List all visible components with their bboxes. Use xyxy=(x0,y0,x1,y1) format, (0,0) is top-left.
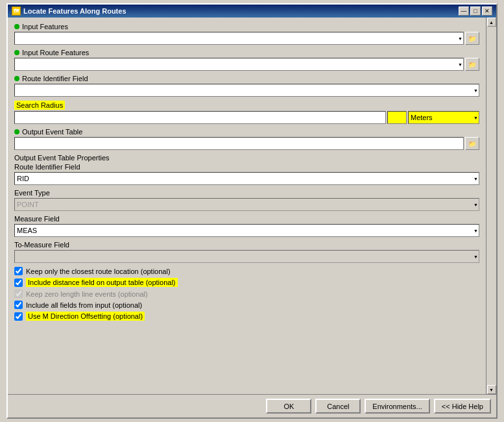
scrollbar[interactable]: ▲ ▼ xyxy=(486,18,496,394)
event-type-row: POINT xyxy=(14,198,479,211)
measure-field-row: MEAS xyxy=(14,224,479,237)
input-route-row: 📁 xyxy=(14,58,479,71)
outer-layout: Input Features 📁 Input Route Features xyxy=(8,18,496,394)
input-route-select[interactable] xyxy=(14,58,464,71)
search-radius-units-wrapper: Meters Feet Kilometers Miles xyxy=(408,111,479,124)
use-m-direction-checkbox[interactable] xyxy=(14,312,23,321)
scroll-down-btn[interactable]: ▼ xyxy=(487,385,496,394)
input-route-dot xyxy=(14,50,19,55)
input-features-browse[interactable]: 📁 xyxy=(465,32,479,45)
include-all-fields-row: Include all fields from input (optional) xyxy=(14,301,479,309)
use-m-direction-label: Use M Direction Offsetting (optional) xyxy=(26,312,145,321)
input-features-group: Input Features 📁 xyxy=(14,23,479,45)
props-route-id-select[interactable]: RID xyxy=(14,172,479,185)
event-type-group: Event Type POINT xyxy=(14,189,479,211)
input-features-dot xyxy=(14,24,19,29)
route-id-select-wrapper xyxy=(14,84,479,97)
output-event-table-group: Output Event Table 📁 xyxy=(14,128,479,150)
output-event-browse[interactable]: 📁 xyxy=(465,137,479,150)
maximize-button[interactable]: □ xyxy=(470,6,481,16)
hide-help-button[interactable]: << Hide Help xyxy=(434,399,491,414)
route-id-select[interactable] xyxy=(14,84,479,97)
keep-zero-length-checkbox xyxy=(14,290,23,298)
keep-closest-checkbox[interactable] xyxy=(14,267,23,275)
to-measure-field-wrapper xyxy=(14,250,479,263)
input-route-browse[interactable]: 📁 xyxy=(465,58,479,71)
title-controls: — □ ✕ xyxy=(459,6,492,16)
input-route-features-label-row: Input Route Features xyxy=(14,49,479,56)
title-bar-text: 🗺 Locate Features Along Routes xyxy=(12,6,126,16)
search-radius-label: Search Radius xyxy=(14,101,65,110)
event-type-label: Event Type xyxy=(14,189,479,197)
route-id-label: Route Identifier Field xyxy=(22,75,88,82)
measure-field-wrapper: MEAS xyxy=(14,224,479,237)
route-id-field-group: Route Identifier Field xyxy=(14,75,479,97)
event-type-wrapper: POINT xyxy=(14,198,479,211)
include-distance-label: Include distance field on output table (… xyxy=(26,278,178,287)
output-event-row: 📁 xyxy=(14,137,479,150)
input-features-row: 📁 xyxy=(14,32,479,45)
to-measure-field-label: To-Measure Field xyxy=(14,241,479,249)
output-event-input[interactable] xyxy=(14,137,464,150)
search-radius-units-select[interactable]: Meters Feet Kilometers Miles xyxy=(408,111,479,124)
input-features-select-wrapper xyxy=(14,32,464,45)
bottom-bar: OK Cancel Environments... << Hide Help xyxy=(8,394,496,417)
ok-button[interactable]: OK xyxy=(266,399,311,414)
window-title: Locate Features Along Routes xyxy=(23,7,126,15)
measure-field-group: Measure Field MEAS xyxy=(14,215,479,237)
keep-closest-label: Keep only the closest route location (op… xyxy=(26,267,171,275)
environments-button[interactable]: Environments... xyxy=(365,399,429,414)
props-route-id-wrapper: RID xyxy=(14,172,479,185)
keep-closest-row: Keep only the closest route location (op… xyxy=(14,267,479,275)
keep-zero-length-row: Keep zero length line events (optional) xyxy=(14,290,479,298)
output-event-table-label-row: Output Event Table xyxy=(14,128,479,136)
use-m-direction-row: Use M Direction Offsetting (optional) xyxy=(14,312,479,321)
output-event-label: Output Event Table xyxy=(22,128,82,136)
input-features-label: Input Features xyxy=(22,23,68,31)
input-features-label-row: Input Features xyxy=(14,23,479,31)
search-radius-group: Search Radius 5 Meters Feet Kilometers M… xyxy=(14,101,479,124)
output-event-dot xyxy=(14,129,19,134)
include-all-fields-checkbox[interactable] xyxy=(14,301,23,309)
keep-zero-length-label: Keep zero length line events (optional) xyxy=(26,290,148,298)
search-radius-row: 5 Meters Feet Kilometers Miles xyxy=(14,111,479,124)
measure-field-label: Measure Field xyxy=(14,215,479,223)
to-measure-field-select xyxy=(14,250,479,263)
window-icon: 🗺 xyxy=(12,6,21,16)
include-all-fields-label: Include all fields from input (optional) xyxy=(26,301,142,309)
measure-field-select[interactable]: MEAS xyxy=(14,224,479,237)
input-features-select[interactable] xyxy=(14,32,464,45)
to-measure-field-group: To-Measure Field xyxy=(14,241,479,263)
input-route-label: Input Route Features xyxy=(22,49,89,56)
output-event-table-properties: Output Event Table Properties Route Iden… xyxy=(14,154,479,263)
minimize-button[interactable]: — xyxy=(459,6,469,16)
props-route-id-row: RID xyxy=(14,172,479,185)
title-bar: 🗺 Locate Features Along Routes — □ ✕ xyxy=(8,5,496,18)
to-measure-field-row xyxy=(14,250,479,263)
event-type-select: POINT xyxy=(14,198,479,211)
search-radius-label-row: Search Radius xyxy=(14,101,479,110)
search-radius-value[interactable]: 5 xyxy=(387,111,407,124)
props-route-id-group: Route Identifier Field RID xyxy=(14,163,479,185)
scroll-up-btn[interactable]: ▲ xyxy=(487,18,496,27)
search-radius-text-input[interactable] xyxy=(14,111,386,124)
input-route-select-wrapper xyxy=(14,58,464,71)
close-button[interactable]: ✕ xyxy=(482,6,492,16)
main-window: 🗺 Locate Features Along Routes — □ ✕ Inp… xyxy=(6,3,498,419)
include-distance-checkbox[interactable] xyxy=(14,279,23,287)
props-section-label: Output Event Table Properties xyxy=(14,154,479,162)
props-route-id-label: Route Identifier Field xyxy=(14,163,479,171)
route-id-field-label-row: Route Identifier Field xyxy=(14,75,479,82)
route-id-row xyxy=(14,84,479,97)
route-id-dot xyxy=(14,76,19,81)
input-route-features-group: Input Route Features 📁 xyxy=(14,49,479,71)
main-content: Input Features 📁 Input Route Features xyxy=(8,18,486,394)
cancel-button[interactable]: Cancel xyxy=(315,399,361,414)
include-distance-row: Include distance field on output table (… xyxy=(14,278,479,287)
